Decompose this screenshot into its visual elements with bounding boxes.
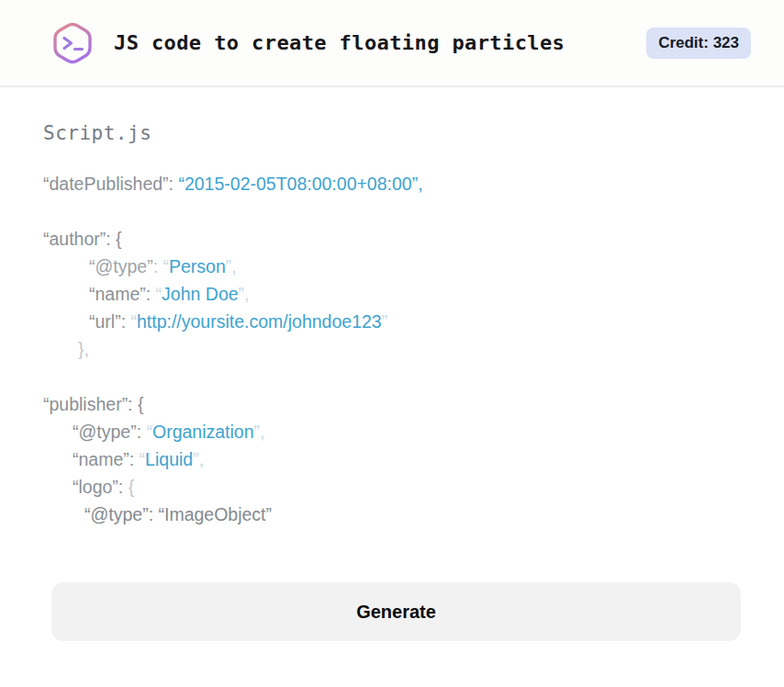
main-content: Script.js “datePublished”: “2015-02-05T0… bbox=[0, 122, 784, 641]
code-token: “datePublished”: bbox=[43, 174, 178, 194]
code-token: Organization bbox=[152, 422, 254, 442]
code-token: “author”: { bbox=[43, 229, 122, 249]
code-token: ”, bbox=[226, 256, 237, 276]
code-line: “publisher”: { bbox=[43, 390, 741, 418]
code-line: “@type”: “Person”, bbox=[43, 253, 741, 280]
code-token: “@type”: bbox=[73, 422, 146, 442]
code-token: “name”: bbox=[89, 284, 156, 304]
header: JS code to create floating particles Cre… bbox=[0, 0, 784, 87]
code-token: ”, bbox=[193, 449, 204, 469]
code-token: “@type”: “ImageObject” bbox=[84, 504, 272, 524]
code-line: “logo”: { bbox=[43, 473, 741, 501]
code-token: John Doe bbox=[162, 284, 238, 304]
code-token: “@type” bbox=[89, 256, 153, 276]
generate-button[interactable]: Generate bbox=[51, 582, 741, 641]
page-title: JS code to create floating particles bbox=[114, 31, 565, 54]
code-line: “name”: “John Doe”, bbox=[43, 280, 741, 308]
code-line: }, bbox=[43, 335, 741, 363]
code-line: “@type”: “Organization”, bbox=[43, 418, 741, 445]
code-block: “datePublished”: “2015-02-05T08:00:00+08… bbox=[43, 170, 741, 528]
credit-badge: Credit: 323 bbox=[646, 28, 751, 59]
terminal-prompt-hexagon-icon bbox=[51, 20, 94, 66]
code-line-blank bbox=[43, 363, 741, 390]
code-token: ”, bbox=[254, 422, 265, 442]
code-line: “name”: “Liquid”, bbox=[43, 445, 741, 473]
code-token: }, bbox=[78, 339, 89, 359]
code-line: “@type”: “ImageObject” bbox=[43, 501, 741, 528]
code-line: “datePublished”: “2015-02-05T08:00:00+08… bbox=[43, 170, 741, 197]
code-line: “url”: “http://yoursite.com/johndoe123” bbox=[43, 308, 741, 335]
code-line-blank bbox=[43, 197, 741, 225]
code-token: “2015-02-05T08:00:00+08:00”, bbox=[178, 174, 422, 194]
code-token: ”, bbox=[239, 284, 250, 304]
code-token: “logo”: bbox=[73, 477, 129, 497]
code-token: “url”: bbox=[89, 311, 131, 332]
code-token: ” bbox=[382, 311, 388, 332]
code-token: “publisher”: { bbox=[43, 394, 143, 414]
code-token: Person bbox=[169, 256, 226, 276]
code-token: : bbox=[153, 256, 163, 276]
script-file-title: Script.js bbox=[43, 122, 741, 144]
code-token: { bbox=[129, 477, 135, 497]
code-token: “name”: bbox=[73, 449, 140, 469]
code-line: “author”: { bbox=[43, 225, 741, 253]
code-token: Liquid bbox=[145, 449, 193, 469]
app-logo bbox=[51, 20, 94, 66]
code-token: http://yoursite.com/johndoe123 bbox=[137, 311, 382, 332]
